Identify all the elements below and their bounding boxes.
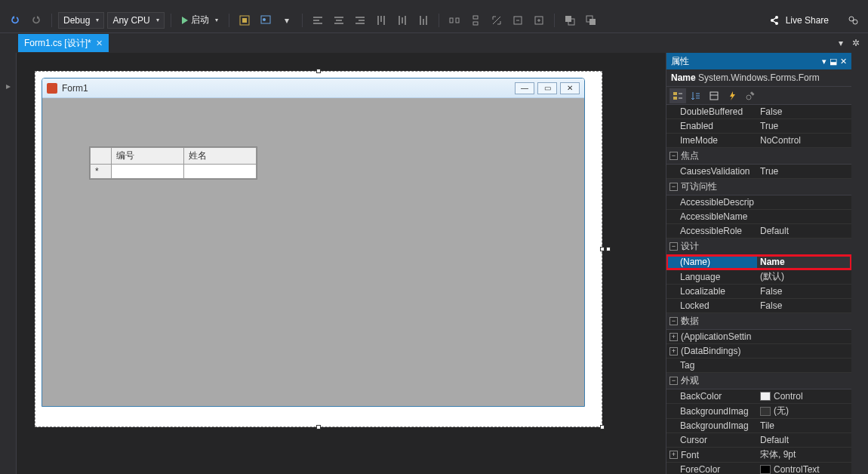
prop-category[interactable]: −数据 (666, 313, 851, 330)
forward-button[interactable] (27, 12, 45, 29)
spacing-h-icon[interactable] (445, 12, 463, 29)
minimize-button[interactable]: — (515, 82, 534, 94)
properties-toolbar (666, 87, 851, 105)
resize-handle[interactable] (600, 425, 605, 429)
prop-row: +(ApplicationSettin (666, 330, 851, 344)
prop-row: LockedFalse (666, 299, 851, 313)
tab-label: Form1.cs [设计]* (24, 37, 91, 50)
spacing-v-icon[interactable] (466, 12, 485, 29)
align-left-icon[interactable] (309, 12, 327, 29)
collapse-icon[interactable]: − (669, 377, 678, 385)
prop-row: AccessibleRoleDefault (666, 224, 851, 239)
collapse-icon[interactable]: − (669, 183, 678, 191)
expand-icon[interactable]: + (669, 333, 678, 341)
prop-category[interactable]: −外观 (666, 373, 851, 389)
svg-rect-21 (710, 92, 718, 100)
align-bottom-icon[interactable] (414, 12, 432, 29)
prop-row: +Font宋体, 9pt (666, 448, 851, 463)
resize-handle[interactable] (316, 425, 321, 429)
align-right-icon[interactable] (351, 12, 369, 29)
prop-category[interactable]: −设计 (666, 239, 851, 255)
prop-row: Language(默认) (666, 269, 851, 285)
expand-icon[interactable]: + (669, 347, 678, 356)
align-center-icon[interactable] (330, 12, 348, 29)
svg-point-14 (771, 19, 774, 22)
pin-icon[interactable]: ⬓ (830, 57, 837, 66)
align-middle-icon[interactable] (393, 12, 411, 29)
chevron-down-icon: ▾ (96, 17, 99, 23)
close-icon[interactable]: ✕ (840, 57, 847, 66)
svg-point-16 (775, 22, 778, 25)
tab-dropdown-icon[interactable]: ▾ (835, 37, 847, 49)
designer-surface[interactable]: Form1 — ▭ ✕ 编号 姓名 (35, 71, 602, 427)
size-icon[interactable] (488, 12, 506, 29)
toolbar-btn-3[interactable]: ▾ (278, 12, 296, 29)
collapse-icon[interactable]: − (669, 152, 678, 160)
svg-point-15 (775, 16, 778, 19)
dropdown-icon[interactable]: ▾ (822, 57, 826, 66)
svg-rect-19 (673, 92, 677, 95)
grid-corner[interactable] (91, 148, 112, 165)
expand-icon[interactable]: + (669, 451, 678, 459)
feedback-icon[interactable] (844, 12, 862, 29)
main-toolbar: Debug▾ Any CPU▾ 启动 ▾ ▾ Live Share (0, 8, 868, 33)
property-pages-icon[interactable] (742, 88, 759, 103)
start-button[interactable]: 启动 ▾ (177, 12, 223, 29)
grid-cell[interactable] (112, 165, 184, 179)
form-preview[interactable]: Form1 — ▭ ✕ 编号 姓名 (42, 78, 585, 407)
properties-icon[interactable] (706, 88, 722, 103)
bring-front-icon[interactable] (561, 12, 579, 29)
form-icon (47, 83, 57, 94)
prop-row: +(DataBindings) (666, 344, 851, 359)
tab-form1-designer[interactable]: Form1.cs [设计]* ✕ (18, 34, 109, 52)
prop-row: BackgroundImagTile (666, 419, 851, 433)
maximize-button[interactable]: ▭ (537, 82, 557, 94)
grid-cell[interactable] (184, 165, 257, 179)
events-icon[interactable] (724, 88, 740, 103)
toolbar-btn-1[interactable] (235, 12, 254, 29)
form-titlebar: Form1 — ▭ ✕ (42, 78, 584, 98)
live-share-button[interactable]: Live Share (786, 15, 829, 26)
prop-row-name[interactable]: (Name)Name (666, 255, 851, 269)
image-swatch (760, 407, 771, 416)
collapse-icon[interactable]: − (669, 242, 678, 251)
alphabetical-icon[interactable] (688, 88, 704, 103)
document-tabbar: Form1.cs [设计]* ✕ ▾ ✲ (0, 33, 868, 53)
datagridview[interactable]: 编号 姓名 * (89, 146, 257, 180)
resize-handle[interactable] (316, 69, 321, 73)
prop-row: CausesValidationTrue (666, 165, 851, 179)
grid-col-header[interactable]: 姓名 (184, 148, 257, 165)
toolbar-btn-11[interactable] (530, 12, 548, 29)
tab-pinned-icon[interactable]: ▸ (2, 80, 14, 92)
toolbar-btn-2[interactable] (257, 12, 275, 29)
main-menubar (0, 0, 868, 8)
properties-grid[interactable]: DoubleBufferedFalse EnabledTrue ImeModeN… (666, 105, 851, 474)
resize-handle[interactable] (606, 247, 611, 251)
chevron-down-icon: ▾ (156, 17, 159, 23)
config-combo[interactable]: Debug▾ (58, 12, 104, 29)
toolbar-btn-10[interactable] (509, 12, 527, 29)
designer-canvas[interactable]: Form1 — ▭ ✕ 编号 姓名 (17, 53, 666, 474)
collapse-icon[interactable]: − (669, 317, 678, 325)
prop-category[interactable]: −焦点 (666, 148, 851, 165)
prop-row: DoubleBufferedFalse (666, 105, 851, 119)
send-back-icon[interactable] (582, 12, 600, 29)
gear-icon[interactable]: ✲ (850, 37, 862, 49)
properties-header: 属性 ▾ ⬓ ✕ (666, 53, 851, 69)
form-client-area[interactable]: 编号 姓名 * (42, 98, 584, 406)
resize-handle[interactable] (600, 247, 605, 251)
back-button[interactable] (6, 12, 24, 29)
categorized-icon[interactable] (669, 88, 686, 103)
properties-object-selector[interactable]: Name System.Windows.Forms.Form (666, 69, 851, 87)
close-icon[interactable]: ✕ (96, 38, 103, 48)
grid-col-header[interactable]: 编号 (112, 148, 184, 165)
platform-combo[interactable]: Any CPU▾ (107, 12, 164, 29)
prop-row: ForeColorControlText (666, 463, 851, 474)
prop-row: Tag (666, 359, 851, 373)
chevron-down-icon: ▾ (215, 17, 218, 23)
close-button[interactable]: ✕ (560, 82, 580, 94)
align-top-icon[interactable] (372, 12, 390, 29)
prop-row: ImeModeNoControl (666, 134, 851, 148)
grid-row-header[interactable]: * (91, 165, 112, 179)
prop-category[interactable]: −可访问性 (666, 179, 851, 195)
